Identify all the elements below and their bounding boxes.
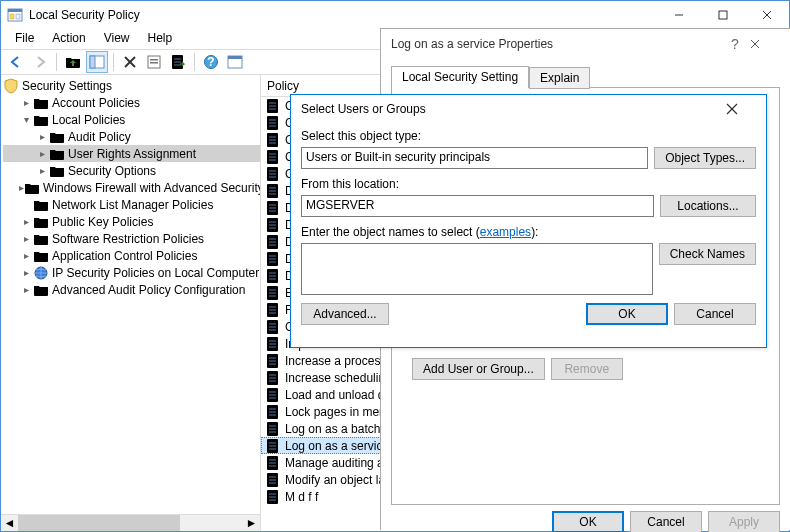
policy-icon	[265, 115, 281, 131]
tree-root-label[interactable]: Security Settings	[22, 79, 112, 93]
policy-icon	[265, 404, 281, 420]
main-titlebar: Local Security Policy	[1, 1, 789, 29]
policy-icon	[265, 319, 281, 335]
tree-item-label: Account Policies	[52, 96, 140, 110]
select-ok-button[interactable]: OK	[586, 303, 668, 325]
shield-icon	[3, 78, 19, 94]
refresh-button[interactable]	[224, 51, 246, 73]
help-button[interactable]: ?	[200, 51, 222, 73]
twisty-icon[interactable]: ▸	[19, 284, 33, 295]
scroll-right-icon[interactable]: ►	[243, 515, 260, 531]
tree-item[interactable]: ▸Windows Firewall with Advanced Security	[3, 179, 260, 196]
menu-file[interactable]: File	[7, 29, 42, 49]
folder-icon	[33, 95, 49, 111]
properties-button[interactable]	[143, 51, 165, 73]
properties-help-button[interactable]: ?	[720, 36, 750, 52]
svg-rect-18	[150, 59, 158, 61]
properties-apply-button: Apply	[708, 511, 780, 532]
policy-icon	[265, 183, 281, 199]
twisty-icon[interactable]: ▸	[35, 131, 49, 142]
svg-rect-23	[228, 56, 242, 59]
tree-item-label: Application Control Policies	[52, 249, 197, 263]
tree-item[interactable]: ▾Local Policies	[3, 111, 260, 128]
twisty-icon[interactable]: ▸	[19, 233, 33, 244]
maximize-button[interactable]	[701, 1, 745, 29]
tree-item[interactable]: ▸Public Key Policies	[3, 213, 260, 230]
tree-hscroll[interactable]: ◄ ►	[1, 514, 260, 531]
folder-icon	[33, 197, 49, 213]
tree-item-label: Local Policies	[52, 113, 125, 127]
add-user-or-group-button[interactable]: Add User or Group...	[412, 358, 545, 380]
tree-item[interactable]: ▸User Rights Assignment	[3, 145, 260, 162]
tree-item[interactable]: Network List Manager Policies	[3, 196, 260, 213]
twisty-icon[interactable]: ▸	[35, 148, 49, 159]
forward-button[interactable]	[29, 51, 51, 73]
tree-item[interactable]: ▸Software Restriction Policies	[3, 230, 260, 247]
advanced-button[interactable]: Advanced...	[301, 303, 389, 325]
menu-action[interactable]: Action	[44, 29, 93, 49]
list-item-label: M d f f	[285, 490, 318, 504]
tree-root[interactable]: Security Settings	[3, 77, 260, 94]
minimize-button[interactable]	[657, 1, 701, 29]
policy-icon	[265, 132, 281, 148]
tree-item[interactable]: ▸Advanced Audit Policy Configuration	[3, 281, 260, 298]
tree-item[interactable]: ▸Application Control Policies	[3, 247, 260, 264]
object-types-button[interactable]: Object Types...	[654, 147, 756, 169]
twisty-icon[interactable]: ▾	[19, 114, 33, 125]
check-names-button[interactable]: Check Names	[659, 243, 756, 265]
properties-ok-button[interactable]: OK	[552, 511, 624, 532]
twisty-icon[interactable]: ▸	[19, 267, 33, 278]
object-type-label: Select this object type:	[301, 129, 756, 143]
tree-item[interactable]: ▸IP Security Policies on Local Computer	[3, 264, 260, 281]
policy-icon	[265, 98, 281, 114]
menu-help[interactable]: Help	[140, 29, 181, 49]
svg-rect-10	[719, 11, 727, 19]
select-cancel-button[interactable]: Cancel	[674, 303, 756, 325]
tree-item-label: Security Options	[68, 164, 156, 178]
show-hide-tree-button[interactable]	[86, 51, 108, 73]
tab-local-security-setting[interactable]: Local Security Setting	[391, 66, 529, 88]
export-button[interactable]	[167, 51, 189, 73]
policy-icon	[265, 455, 281, 471]
svg-rect-19	[150, 62, 158, 64]
examples-link[interactable]: examples	[480, 225, 531, 239]
tab-explain[interactable]: Explain	[529, 67, 590, 89]
remove-button: Remove	[551, 358, 623, 380]
folder-icon	[33, 231, 49, 247]
folder-icon	[33, 214, 49, 230]
list-item-label: Manage auditing an	[285, 456, 390, 470]
location-field: MGSERVER	[301, 195, 654, 217]
location-label: From this location:	[301, 177, 756, 191]
scroll-left-icon[interactable]: ◄	[1, 515, 18, 531]
up-button[interactable]	[62, 51, 84, 73]
twisty-icon[interactable]: ▸	[35, 165, 49, 176]
policy-icon	[265, 472, 281, 488]
tree-item[interactable]: ▸Audit Policy	[3, 128, 260, 145]
policy-icon	[265, 353, 281, 369]
select-dialog-close-button[interactable]	[726, 103, 766, 115]
tree-item[interactable]: ▸Account Policies	[3, 94, 260, 111]
menu-view[interactable]: View	[96, 29, 138, 49]
folder-icon	[49, 163, 65, 179]
twisty-icon[interactable]: ▸	[19, 97, 33, 108]
tree-item-label: Advanced Audit Policy Configuration	[52, 283, 245, 297]
policy-icon	[265, 336, 281, 352]
folder-icon	[33, 282, 49, 298]
back-button[interactable]	[5, 51, 27, 73]
twisty-icon[interactable]: ▸	[19, 216, 33, 227]
close-button[interactable]	[745, 1, 789, 29]
twisty-icon[interactable]: ▸	[19, 250, 33, 261]
properties-close-button[interactable]	[750, 39, 790, 49]
policy-icon	[265, 251, 281, 267]
list-item-label: Increase scheduling	[285, 371, 392, 385]
properties-cancel-button[interactable]: Cancel	[630, 511, 702, 532]
policy-icon	[265, 166, 281, 182]
object-names-input[interactable]	[301, 243, 653, 295]
folder-icon	[33, 112, 49, 128]
policy-icon	[265, 285, 281, 301]
tree-item-label: User Rights Assignment	[68, 147, 196, 161]
tree-item[interactable]: ▸Security Options	[3, 162, 260, 179]
locations-button[interactable]: Locations...	[660, 195, 756, 217]
policy-icon	[265, 489, 281, 505]
delete-button[interactable]	[119, 51, 141, 73]
